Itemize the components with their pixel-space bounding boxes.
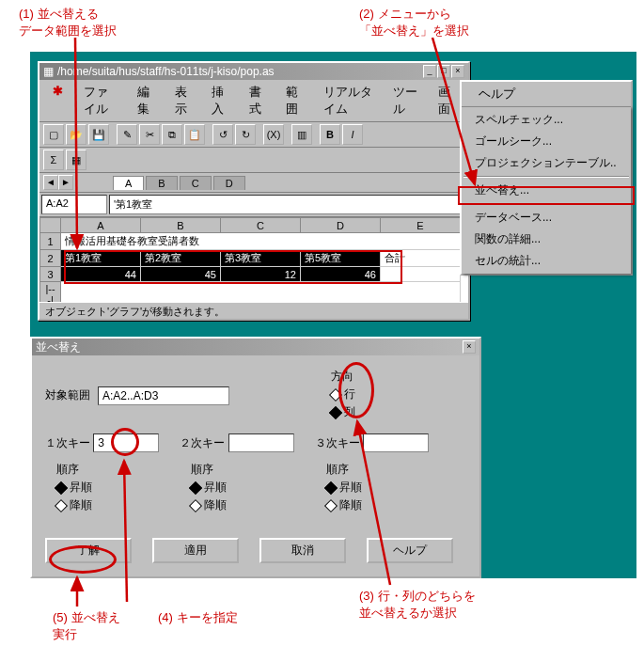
cell-reference-box[interactable]: A:A2 [41, 195, 107, 214]
menu-tools[interactable]: ツール [384, 82, 427, 119]
menu-function-details[interactable]: 関数の詳細... [463, 228, 629, 250]
cell-content-box[interactable]: '第1教室 [109, 195, 466, 214]
key1-label: １次キー [45, 436, 90, 449]
cell[interactable]: 情報活用基礎各教室受講者数 [61, 233, 461, 250]
cell[interactable]: 45 [141, 267, 221, 282]
key3-asc-radio[interactable] [324, 481, 338, 494]
chart-icon[interactable]: ▥ [291, 124, 312, 145]
direction-label: 方向 [331, 369, 355, 385]
annotation-5-line2: 実行 [53, 626, 120, 643]
tab-scroll-left[interactable]: ◄ [43, 175, 58, 190]
range-input[interactable] [98, 386, 229, 405]
menu-spellcheck[interactable]: スペルチェック... [463, 109, 629, 131]
key2-input[interactable] [228, 433, 294, 452]
cell[interactable] [381, 267, 461, 282]
close-button[interactable]: × [451, 65, 464, 78]
select-all-corner[interactable] [40, 218, 61, 233]
key1-asc-radio[interactable] [55, 481, 68, 494]
key3-input[interactable] [363, 433, 429, 452]
cell[interactable]: 第1教室 [61, 250, 141, 267]
redo-icon[interactable]: ↻ [235, 124, 256, 145]
copy-icon[interactable]: ⧉ [162, 124, 182, 145]
bold-icon[interactable]: B [320, 124, 340, 145]
sheet-tab-c[interactable]: C [180, 176, 212, 190]
save-icon[interactable]: 💾 [88, 124, 109, 145]
paste-icon[interactable]: 📋 [184, 124, 205, 145]
cancel-button[interactable]: 取消 [259, 538, 346, 563]
ok-button[interactable]: 了解 [45, 538, 132, 563]
menu-edit[interactable]: 編集 [128, 82, 164, 119]
undo-icon[interactable]: ↺ [212, 124, 233, 145]
app-menu-icon[interactable]: ✱ [43, 82, 72, 119]
col-header[interactable]: A [61, 218, 141, 233]
asc-label: 昇順 [204, 480, 227, 496]
toolbar-1: ▢ 📂 💾 ✎ ✂ ⧉ 📋 ↺ ↻ (X) ▥ B I [39, 122, 468, 148]
col-header[interactable]: D [301, 218, 381, 233]
cell[interactable]: 第2教室 [141, 250, 221, 267]
annotation-5-line1: (5) 並べ替え [53, 609, 120, 626]
maximize-button[interactable]: □ [437, 65, 450, 78]
direction-col-label: 列 [344, 404, 355, 420]
cell[interactable]: 第5教室 [301, 250, 381, 267]
row-header[interactable]: 2 [40, 250, 61, 267]
menu-sort[interactable]: 並べ替え... [463, 180, 629, 201]
menu-realtime[interactable]: リアルタイム [314, 82, 383, 119]
cut-icon[interactable]: ✂ [139, 124, 160, 145]
sheet-tab-d[interactable]: D [213, 176, 245, 190]
toolbar-2: Σ ▦ [39, 148, 468, 173]
cell[interactable]: 第3教室 [221, 250, 301, 267]
col-header[interactable]: B [141, 218, 221, 233]
direction-col-radio[interactable] [329, 405, 342, 418]
annotation-2-line1: (2) メニューから [359, 6, 469, 23]
menu-help[interactable]: ヘルプ [462, 82, 631, 106]
menubar: ✱ ファイル 編集 表示 挿入 書式 範囲 リアルタイム ツール 画面 [39, 80, 468, 122]
row-header[interactable]: |---| [40, 282, 61, 303]
print-icon[interactable]: ✎ [117, 124, 137, 145]
spreadsheet-grid[interactable]: A B C D E 1 情報活用基礎各教室受講者数 2 第1教室 第2教室 第3… [39, 217, 468, 302]
row-header[interactable]: 3 [40, 267, 61, 282]
menu-view[interactable]: 表示 [165, 82, 201, 119]
minimize-button[interactable]: _ [423, 65, 436, 78]
menu-cell-stats[interactable]: セルの統計... [463, 250, 629, 272]
apply-button[interactable]: 適用 [152, 538, 239, 563]
asc-label: 昇順 [70, 480, 92, 496]
key2-asc-radio[interactable] [189, 481, 202, 494]
annotation-3-line2: 並べ替えるか選択 [359, 605, 476, 622]
key1-input[interactable] [93, 433, 159, 452]
key1-desc-radio[interactable] [55, 498, 68, 512]
menu-range[interactable]: 範囲 [276, 82, 312, 119]
order-label: 順序 [56, 462, 159, 478]
menu-projection-table[interactable]: プロジェクションテーブル.. [463, 152, 629, 174]
cell[interactable]: 46 [301, 267, 381, 282]
col-header[interactable]: E [381, 218, 461, 233]
col-header[interactable]: C [221, 218, 301, 233]
titlebar-icon: ▦ [43, 65, 54, 78]
annotation-4: (4) キーを指定 [158, 609, 238, 626]
menu-goalseek[interactable]: ゴールシーク... [463, 131, 629, 152]
status-bar: オブジェクト'グラフ'が移動されます。 [39, 302, 468, 319]
menu-database[interactable]: データベース... [463, 207, 629, 228]
tab-scroll-right[interactable]: ► [58, 175, 73, 190]
row-header[interactable]: 1 [40, 233, 61, 250]
italic-icon[interactable]: I [342, 124, 363, 145]
help-button[interactable]: ヘルプ [367, 538, 453, 563]
dialog-close-button[interactable]: × [463, 340, 476, 354]
grid-icon[interactable]: ▦ [66, 150, 86, 170]
key3-desc-radio[interactable] [324, 498, 338, 512]
sheet-tab-a[interactable]: A [113, 176, 144, 190]
sort-dialog: 並べ替え × 対象範囲 方向 行 列 １次キー 順序 [30, 337, 481, 578]
menu-format[interactable]: 書式 [240, 82, 275, 119]
sheet-tab-b[interactable]: B [146, 176, 177, 190]
cell[interactable]: 44 [61, 267, 141, 282]
direction-row-radio[interactable] [329, 387, 342, 401]
menu-insert[interactable]: 挿入 [202, 82, 238, 119]
range-label: 対象範囲 [45, 387, 90, 403]
sum-icon[interactable]: Σ [43, 150, 64, 170]
paren-icon[interactable]: (X) [263, 124, 284, 145]
menu-file[interactable]: ファイル [74, 82, 126, 119]
cell[interactable]: 12 [221, 267, 301, 282]
new-icon[interactable]: ▢ [43, 124, 64, 145]
cell[interactable]: 合計 [381, 250, 461, 267]
open-icon[interactable]: 📂 [66, 124, 86, 145]
key2-desc-radio[interactable] [189, 498, 202, 512]
